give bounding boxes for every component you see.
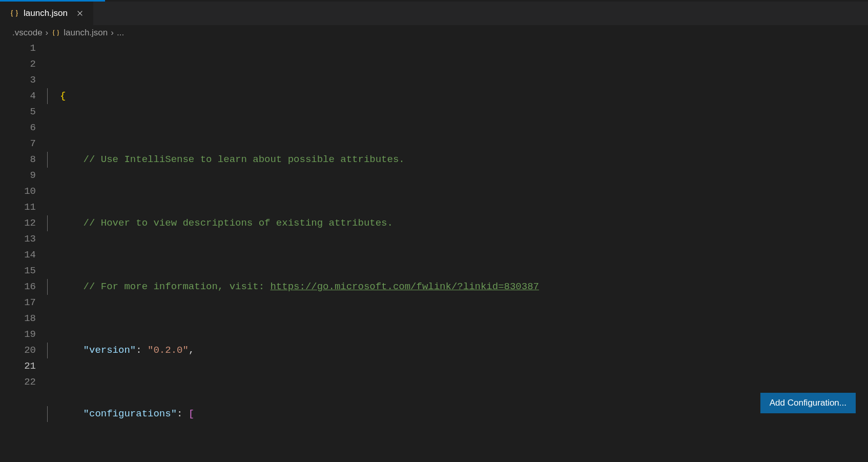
code-editor[interactable]: 1 2 3 4 5 6 7 8 9 10 11 12 13 14 15 16 1…: [0, 41, 868, 462]
close-icon[interactable]: [75, 8, 85, 18]
line-number: 15: [0, 263, 36, 279]
breadcrumb[interactable]: .vscode › launch.json › ...: [0, 25, 868, 41]
line-number: 12: [0, 215, 36, 231]
breadcrumb-seg-file[interactable]: launch.json: [64, 28, 108, 38]
line-number: 9: [0, 168, 36, 184]
json-braces-icon: [9, 8, 19, 18]
json-key-version: "version": [84, 343, 136, 358]
line-number: 5: [0, 104, 36, 120]
tab-label: launch.json: [24, 8, 68, 18]
line-number: 11: [0, 199, 36, 215]
comment: // For more information, visit:: [84, 279, 271, 295]
line-number: 20: [0, 343, 36, 358]
tab-bar: launch.json: [0, 2, 868, 25]
chevron-right-icon: ›: [46, 28, 49, 38]
comment: // Use IntelliSense to learn about possi…: [84, 152, 405, 168]
add-configuration-button[interactable]: Add Configuration...: [760, 393, 856, 413]
brace-open: {: [60, 88, 66, 104]
json-key-configurations: "configurations": [84, 406, 177, 422]
chevron-right-icon: ›: [111, 28, 114, 38]
line-number: 2: [0, 56, 36, 72]
line-number: 4: [0, 88, 36, 104]
comment: // Hover to view descriptions of existin…: [84, 215, 393, 231]
line-number: 13: [0, 231, 36, 247]
line-number: 19: [0, 327, 36, 343]
line-number: 16: [0, 279, 36, 295]
json-braces-icon: [51, 28, 60, 37]
breadcrumb-seg-vscode[interactable]: .vscode: [12, 28, 43, 38]
breadcrumb-seg-more[interactable]: ...: [117, 28, 124, 38]
bracket-open: [: [189, 406, 194, 422]
comment-link[interactable]: https://go.microsoft.com/fwlink/?linkid=…: [270, 279, 539, 295]
line-number: 14: [0, 247, 36, 263]
line-number-gutter: 1 2 3 4 5 6 7 8 9 10 11 12 13 14 15 16 1…: [0, 41, 47, 462]
line-number: 6: [0, 120, 36, 136]
line-number: 8: [0, 152, 36, 168]
line-number: 10: [0, 184, 36, 199]
line-number: 1: [0, 41, 36, 56]
line-number: 22: [0, 374, 36, 390]
line-number: 7: [0, 136, 36, 152]
json-value: "0.2.0": [148, 343, 189, 358]
line-number: 3: [0, 72, 36, 88]
line-number: 21: [0, 358, 36, 374]
line-number: 18: [0, 311, 36, 327]
tab-launch-json[interactable]: launch.json: [0, 2, 93, 25]
code-content[interactable]: { // Use IntelliSense to learn about pos…: [47, 41, 868, 462]
line-number: 17: [0, 295, 36, 311]
